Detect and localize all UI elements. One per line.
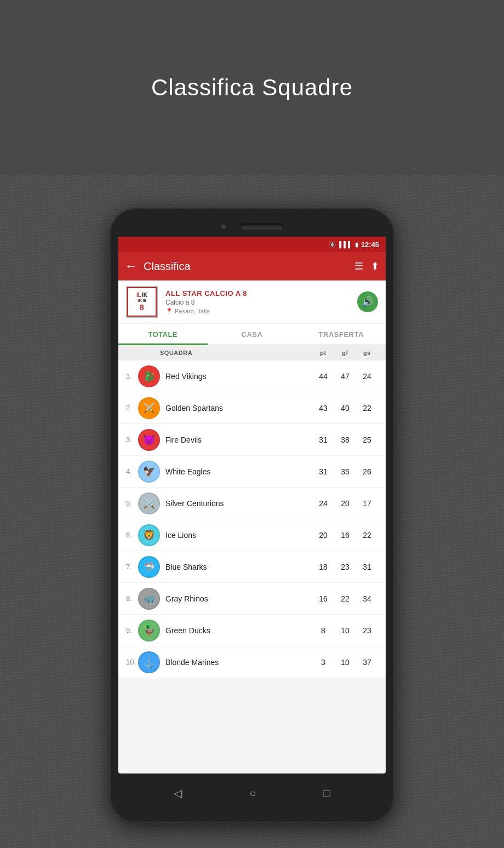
speaker-grille [240,224,284,230]
logo-text-mid: IKE [138,298,146,303]
nav-back-button[interactable]: ◁ [174,787,182,800]
table-header: SQUADRA pt gf gs [118,345,386,360]
tab-casa[interactable]: CASA [208,324,297,344]
team-rank: 9. [126,626,138,634]
team-goals-for: 16 [334,531,356,540]
team-points: 3 [312,658,334,667]
team-logo: 😈 [138,429,160,451]
team-rank: 4. [126,467,138,475]
team-rank: 2. [126,404,138,412]
tab-totale[interactable]: TOTALE [118,324,208,344]
team-name: Gray Rhinos [165,594,312,603]
phone-top-bar [118,224,386,230]
team-points: 16 [312,594,334,603]
team-logo: 🦅 [138,461,160,483]
team-goals-against: 17 [356,499,378,508]
team-name: White Eagles [165,467,312,476]
col-header-pt: pt [312,349,334,356]
nav-recent-button[interactable]: □ [323,787,330,800]
league-type: Calcio a 8 [165,299,350,306]
team-logo: ⚔️ [138,397,160,419]
team-name: Blonde Marines [165,658,312,667]
table-row[interactable]: 9. 🦆 Green Ducks 8 10 23 [118,615,386,646]
team-rank: 6. [126,531,138,539]
team-logo: ⚓ [138,651,160,673]
phone-device: 🔇 ▌▌▌ ▮ 12:45 ← Classifica ☰ ⬆ ILIK [110,208,394,823]
team-logo: 🦁 [138,524,160,546]
team-logo: 🦆 [138,620,160,641]
status-bar: 🔇 ▌▌▌ ▮ 12:45 [118,237,386,252]
table-row[interactable]: 8. 🦏 Gray Rhinos 16 22 34 [118,583,386,615]
table-row[interactable]: 7. 🦈 Blue Sharks 18 23 31 [118,551,386,583]
team-points: 31 [312,436,334,444]
table-row[interactable]: 10. ⚓ Blonde Marines 3 10 37 [118,646,386,678]
league-logo: ILIK IKE 8 [126,286,158,318]
league-name: ALL STAR CALCIO A 8 [165,289,350,297]
team-goals-against: 31 [356,563,378,571]
col-header-squadra: SQUADRA [126,349,312,356]
team-goals-for: 20 [334,499,356,508]
team-goals-for: 23 [334,563,356,571]
app-bar: ← Classifica ☰ ⬆ [118,252,386,280]
team-name: Red Vikings [165,372,312,381]
battery-icon: ▮ [355,241,358,248]
table-row[interactable]: 2. ⚔️ Golden Spartans 43 40 22 [118,392,386,424]
team-name: Green Ducks [165,626,312,635]
nav-home-button[interactable]: ○ [249,787,256,800]
logo-text-top: ILIK [136,292,147,298]
team-goals-against: 23 [356,626,378,635]
team-goals-against: 24 [356,372,378,381]
team-goals-for: 38 [334,436,356,444]
team-name: Fire Devils [165,436,312,444]
team-points: 20 [312,531,334,540]
team-goals-against: 25 [356,436,378,444]
table-row[interactable]: 4. 🦅 White Eagles 31 35 26 [118,456,386,488]
teams-table: 1. 🐉 Red Vikings 44 47 24 2. ⚔️ Golden S… [118,360,386,678]
team-points: 18 [312,563,334,571]
team-name: Silver Centurions [165,499,312,508]
page-title-section: Classifica Squadre [0,0,504,175]
share-icon[interactable]: ⬆ [371,260,379,272]
team-goals-for: 47 [334,372,356,381]
table-row[interactable]: 3. 😈 Fire Devils 31 38 25 [118,424,386,456]
team-logo: 🦈 [138,556,160,578]
team-rank: 7. [126,563,138,571]
team-logo: 🐉 [138,365,160,387]
table-row[interactable]: 1. 🐉 Red Vikings 44 47 24 [118,360,386,392]
team-goals-against: 34 [356,594,378,603]
col-header-gf: gf [334,349,356,356]
app-bar-title: Classifica [144,260,348,273]
team-goals-for: 40 [334,404,356,412]
team-goals-for: 35 [334,467,356,476]
team-rank: 3. [126,436,138,444]
team-rank: 10. [126,658,138,666]
table-row[interactable]: 5. ⚔️ Silver Centurions 24 20 17 [118,488,386,519]
phone-screen: 🔇 ▌▌▌ ▮ 12:45 ← Classifica ☰ ⬆ ILIK [118,237,386,773]
tab-trasferta[interactable]: TRASFERTA [296,324,386,344]
league-location: 📍 Pesaro, Italia [165,308,350,315]
team-goals-against: 22 [356,531,378,540]
team-points: 44 [312,372,334,381]
team-logo: ⚔️ [138,492,160,514]
signal-icon: ▌▌▌ [339,241,352,248]
team-name: Ice Lions [165,531,312,540]
audio-button[interactable]: 🔊 [357,291,378,312]
table-row[interactable]: 6. 🦁 Ice Lions 20 16 22 [118,519,386,551]
camera-dot [220,224,227,230]
back-button[interactable]: ← [125,259,137,273]
location-pin-icon: 📍 [165,308,173,315]
team-goals-against: 26 [356,467,378,476]
team-rank: 8. [126,594,138,603]
audio-icon: 🔊 [362,296,374,308]
team-points: 24 [312,499,334,508]
col-header-gs: gs [356,349,378,356]
team-goals-against: 22 [356,404,378,412]
team-rank: 5. [126,499,138,507]
team-logo: 🦏 [138,588,160,610]
team-rank: 1. [126,372,138,380]
team-name: Blue Sharks [165,563,312,571]
page-title: Classifica Squadre [151,75,353,101]
menu-icon[interactable]: ☰ [354,260,363,272]
team-name: Golden Spartans [165,404,312,412]
team-goals-for: 22 [334,594,356,603]
